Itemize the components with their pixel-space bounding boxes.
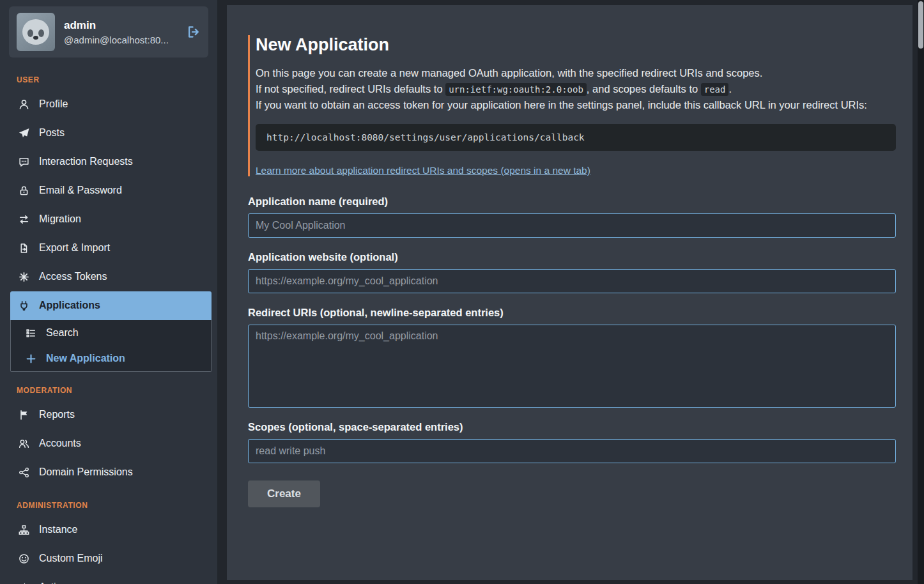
applications-submenu: Search New Application (10, 320, 212, 372)
application-website-input[interactable] (248, 269, 896, 293)
list-icon (25, 328, 37, 339)
sidebar-item-label: Reports (39, 408, 75, 422)
paper-plane-icon (18, 128, 30, 139)
sidebar-item-label: Accounts (39, 436, 81, 450)
smiley-icon (18, 553, 30, 564)
user-name: admin (64, 19, 169, 32)
lock-icon (18, 185, 30, 196)
logout-icon (187, 25, 201, 39)
intro-line-2-text-b: , and scopes defaults to (587, 83, 701, 95)
sidebar-item-label: Actions (39, 580, 72, 584)
sidebar-item-label: Applications (39, 298, 100, 312)
field-application-name: Application name (required) (248, 196, 896, 238)
share-nodes-icon (18, 467, 30, 478)
page-header: New Application On this page you can cre… (248, 35, 896, 176)
users-icon (18, 438, 30, 449)
sidebar-item-accounts[interactable]: Accounts (0, 429, 217, 458)
application-name-label: Application name (required) (248, 196, 896, 208)
page-title: New Application (256, 35, 896, 55)
applications-group: Applications Search New Application (10, 291, 212, 372)
scopes-label: Scopes (optional, space-separated entrie… (248, 421, 896, 433)
application-website-label: Application website (optional) (248, 251, 896, 263)
sidebar-item-label: Access Tokens (39, 270, 107, 284)
comment-icon (18, 157, 30, 167)
sidebar-item-profile[interactable]: Profile (0, 90, 217, 119)
sidebar-item-instance[interactable]: Instance (0, 516, 217, 544)
sidebar-item-label: Migration (39, 212, 81, 226)
sidebar-item-label: New Application (46, 351, 125, 365)
bolt-icon (18, 582, 30, 584)
scrollbar-thumb[interactable] (918, 1, 923, 49)
intro-line-1: On this page you can create a new manage… (256, 65, 896, 81)
plug-icon (18, 300, 30, 311)
inline-code-oob: urn:ietf:wg:oauth:2.0:oob (445, 83, 587, 96)
scrollbar[interactable] (918, 0, 924, 584)
sidebar-item-label: Email & Password (39, 183, 122, 197)
intro-line-2-text-c: . (728, 83, 732, 95)
certificate-icon (18, 272, 30, 282)
callback-url-code: http://localhost:8080/settings/user/appl… (256, 124, 896, 151)
intro-line-2: If not specified, redirect URIs defaults… (256, 81, 896, 98)
settings-panel: New Application On this page you can cre… (227, 5, 912, 580)
logout-button[interactable] (187, 25, 201, 39)
learn-more-link[interactable]: Learn more about application redirect UR… (256, 165, 590, 176)
sidebar-item-label: Posts (39, 126, 65, 140)
sidebar-item-email-password[interactable]: Email & Password (0, 176, 217, 205)
sidebar-item-label: Export & Import (39, 241, 110, 255)
flag-icon (18, 410, 30, 420)
main-area: New Application On this page you can cre… (217, 0, 924, 584)
sidebar-item-migration[interactable]: Migration (0, 205, 217, 234)
new-application-form: Application name (required) Application … (248, 196, 896, 507)
sidebar-item-interaction-requests[interactable]: Interaction Requests (0, 148, 217, 176)
redirect-uris-textarea[interactable] (248, 325, 896, 408)
section-label-moderation: MODERATION (0, 372, 217, 401)
inline-code-read: read (701, 83, 729, 96)
user-card: admin @admin@localhost:80... (9, 6, 208, 58)
field-application-website: Application website (optional) (248, 251, 896, 293)
sitemap-icon (18, 525, 30, 535)
sidebar-item-label: Profile (39, 97, 68, 111)
sidebar-item-reports[interactable]: Reports (0, 401, 217, 429)
user-icon (18, 99, 30, 110)
sidebar-item-label: Search (46, 326, 79, 340)
sidebar-item-search[interactable]: Search (11, 320, 211, 346)
field-redirect-uris: Redirect URIs (optional, newline-separat… (248, 307, 896, 408)
sidebar-item-applications[interactable]: Applications (10, 291, 212, 320)
scopes-input[interactable] (248, 439, 896, 463)
sidebar-item-label: Domain Permissions (39, 465, 133, 479)
file-export-icon (18, 243, 30, 254)
create-button[interactable]: Create (248, 480, 320, 507)
user-meta: admin @admin@localhost:80... (64, 19, 169, 45)
plus-icon (25, 353, 37, 364)
sidebar-item-posts[interactable]: Posts (0, 119, 217, 148)
sidebar-item-export-import[interactable]: Export & Import (0, 234, 217, 263)
section-label-administration: ADMINISTRATION (0, 487, 217, 516)
user-handle: @admin@localhost:80... (64, 35, 169, 45)
sidebar-item-label: Interaction Requests (39, 155, 133, 169)
field-scopes: Scopes (optional, space-separated entrie… (248, 421, 896, 463)
sidebar-item-actions[interactable]: Actions (0, 573, 217, 584)
section-label-user: USER (0, 61, 217, 90)
arrows-left-right-icon (18, 214, 30, 225)
sidebar-item-new-application[interactable]: New Application (11, 346, 211, 371)
sidebar-item-custom-emoji[interactable]: Custom Emoji (0, 544, 217, 573)
sidebar-item-access-tokens[interactable]: Access Tokens (0, 263, 217, 291)
sidebar-item-domain-permissions[interactable]: Domain Permissions (0, 458, 217, 487)
sidebar-item-label: Custom Emoji (39, 551, 103, 565)
redirect-uris-label: Redirect URIs (optional, newline-separat… (248, 307, 896, 319)
application-name-input[interactable] (248, 213, 896, 238)
intro-line-3: If you want to obtain an access token fo… (256, 97, 896, 113)
avatar (17, 13, 55, 51)
sidebar: admin @admin@localhost:80... USER Profil… (0, 0, 217, 584)
sidebar-item-label: Instance (39, 523, 77, 537)
intro-line-2-text-a: If not specified, redirect URIs defaults… (256, 83, 445, 95)
